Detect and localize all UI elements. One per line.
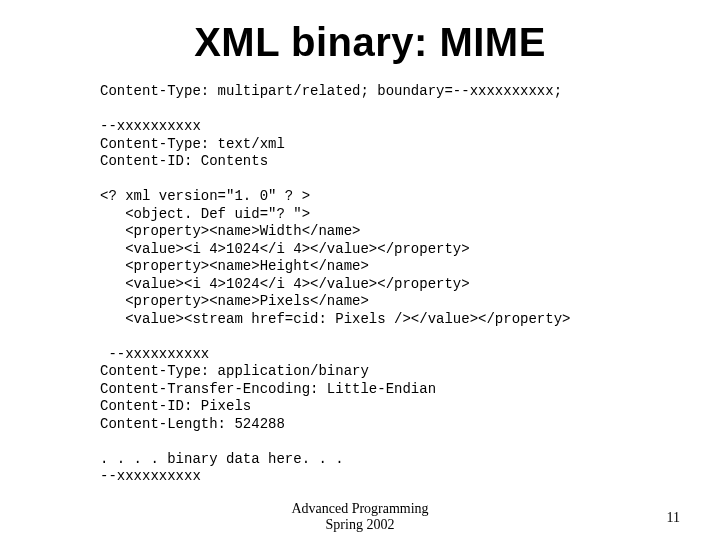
footer-term: Spring 2002 [0, 517, 720, 532]
footer: Advanced Programming Spring 2002 [0, 501, 720, 532]
slide-title: XML binary: MIME [100, 20, 640, 65]
slide: XML binary: MIME Content-Type: multipart… [0, 0, 720, 540]
code-block: Content-Type: multipart/related; boundar… [100, 83, 640, 486]
footer-course: Advanced Programming [0, 501, 720, 516]
page-number: 11 [667, 510, 680, 526]
